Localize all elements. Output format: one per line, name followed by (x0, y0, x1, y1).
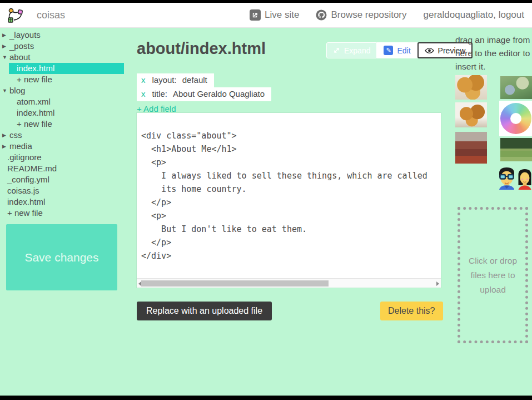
tree-item-label: + new file (17, 119, 52, 129)
brand-name: coisas (37, 9, 65, 21)
tree-item-label: css (9, 130, 22, 140)
external-link-icon (250, 9, 261, 21)
drag-image-hint: drag an image from here to the editor to… (455, 33, 532, 73)
topbar: coisas Live site Browse repository gera (0, 3, 532, 28)
edit-label: Edit (397, 46, 410, 55)
horizontal-scrollbar[interactable] (137, 278, 441, 288)
eye-icon (425, 47, 434, 54)
folder-collapsed-icon: ▶ (2, 141, 9, 152)
scroll-right-arrow-icon[interactable] (436, 282, 439, 286)
tree-item-label: _posts (9, 41, 34, 51)
tree-folder-_posts[interactable]: ▶_posts (0, 41, 133, 52)
tree-folder-blog[interactable]: ▼blog (0, 85, 133, 96)
tree-file-atom.xml[interactable]: atom.xml (0, 96, 133, 107)
remove-field-button[interactable]: x (141, 89, 146, 98)
tree-item-label: _config.yml (7, 175, 49, 184)
tree-file-index.html[interactable]: index.html (0, 107, 133, 118)
delete-button[interactable]: Delete this? (380, 302, 443, 320)
frontmatter-fields: xlayout:defaultxtitle:About Geraldo Quag… (137, 73, 271, 114)
tree-file-_config.yml[interactable]: _config.yml (0, 174, 133, 185)
tree-item-label: + new file (7, 208, 43, 218)
tree-file-coisas.js[interactable]: coisas.js (0, 185, 133, 196)
coisas-logo-icon (7, 6, 24, 24)
tree-new-file-button[interactable]: + new file (0, 74, 133, 85)
field-chip-title: xtitle:About Geraldo Quagliato (137, 87, 271, 101)
replace-file-button[interactable]: Replace with an uploaded file (137, 302, 272, 320)
browse-repository-label: Browse repository (331, 9, 406, 21)
remove-field-button[interactable]: x (141, 75, 146, 85)
woman-avatar-illustration[interactable] (518, 168, 532, 190)
add-field-link[interactable]: + Add field (137, 104, 176, 113)
code-editor-content[interactable]: <div class="about"> <h1>About Me</h1> <p… (137, 113, 441, 278)
browse-repository-link[interactable]: Browse repository (316, 9, 406, 21)
scrollbar-thumb[interactable] (141, 280, 329, 287)
user-logout-link[interactable]: geraldoquagliato, logout (424, 9, 524, 21)
tree-item-label: blog (9, 86, 25, 95)
man-avatar-illustration[interactable] (498, 166, 516, 190)
code-editor[interactable]: <div class="about"> <h1>About Me</h1> <p… (137, 113, 441, 288)
code-line[interactable]: But I don't like to eat them. (141, 223, 441, 236)
code-line[interactable]: </div> (141, 249, 441, 263)
tree-item-label: README.md (7, 164, 57, 173)
code-line[interactable]: <p> (141, 209, 441, 223)
field-key: title: (152, 89, 168, 98)
tree-item-label: .gitignore (7, 152, 42, 162)
tree-item-label: about (9, 52, 31, 62)
tree-folder-about[interactable]: ▼about (0, 52, 133, 63)
code-line[interactable]: I always liked to sell these things, whi… (141, 169, 441, 182)
bottom-black-strip (0, 396, 532, 400)
upload-hint-text: Click or drop files here to upload (468, 254, 518, 297)
code-line[interactable]: </p> (141, 196, 441, 209)
mode-button-group: Expand ✎ Edit Preview (326, 42, 473, 58)
upload-dropzone[interactable]: Click or drop files here to upload (458, 207, 528, 343)
croquettes-photo[interactable] (455, 102, 487, 127)
edit-button[interactable]: ✎ Edit (377, 42, 417, 58)
tree-new-file-button[interactable]: + new file (0, 208, 133, 219)
aerial-town-photo[interactable] (500, 76, 532, 99)
github-icon (316, 9, 327, 21)
expand-label: Expand (344, 46, 370, 55)
tree-file-.gitignore[interactable]: .gitignore (0, 152, 133, 163)
pencil-icon: ✎ (384, 46, 393, 55)
tree-item-label: coisas.js (7, 186, 39, 195)
field-key: layout: (152, 75, 177, 85)
tree-folder-media[interactable]: ▶media (0, 141, 133, 152)
tree-item-label: index.html (17, 63, 54, 73)
folder-expanded-icon: ▼ (2, 52, 9, 63)
color-wheel-diagram[interactable] (499, 101, 532, 136)
color-wheel-graphic (500, 103, 531, 134)
save-changes-button[interactable]: Save changes (6, 224, 117, 290)
tree-file-index.html[interactable]: index.html (9, 63, 124, 74)
tree-item-label: index.html (7, 197, 45, 206)
file-tree: ▶_layouts▶_posts▼aboutindex.html+ new fi… (0, 29, 133, 219)
tree-item-label: _layouts (9, 30, 41, 39)
fried-pastries-photo[interactable] (455, 75, 487, 100)
soccer-field-photo[interactable] (500, 138, 532, 161)
folder-expanded-icon: ▼ (2, 85, 9, 96)
field-value-input[interactable]: About Geraldo Quagliato (173, 89, 265, 98)
tree-item-label: atom.xml (17, 97, 51, 106)
field-value-input[interactable]: default (182, 75, 207, 85)
tree-new-file-button[interactable]: + new file (0, 118, 133, 130)
tree-folder-_layouts[interactable]: ▶_layouts (0, 29, 133, 41)
folder-collapsed-icon: ▶ (2, 41, 9, 52)
app-window: coisas Live site Browse repository gera (0, 0, 532, 400)
tree-item-label: + new file (17, 75, 52, 84)
tree-file-README.md[interactable]: README.md (0, 163, 133, 174)
tree-item-label: media (9, 141, 32, 151)
folder-collapsed-icon: ▶ (2, 29, 9, 41)
tree-folder-css[interactable]: ▶css (0, 130, 133, 141)
live-site-link[interactable]: Live site (250, 9, 299, 21)
code-line[interactable]: </p> (141, 236, 441, 249)
market-stall-photo[interactable] (455, 132, 487, 164)
page-title: about/index.html (137, 39, 266, 58)
expand-button[interactable]: Expand (326, 42, 377, 58)
code-line[interactable]: <p> (141, 156, 441, 169)
code-line[interactable]: its home country. (141, 182, 441, 196)
code-line[interactable]: <h1>About Me</h1> (141, 142, 441, 156)
expand-arrows-icon (333, 47, 340, 54)
field-chip-layout: xlayout:default (137, 73, 214, 87)
tree-file-index.html[interactable]: index.html (0, 196, 133, 208)
tree-item-label: index.html (17, 108, 54, 117)
code-line[interactable]: <div class="about"> (141, 129, 441, 142)
